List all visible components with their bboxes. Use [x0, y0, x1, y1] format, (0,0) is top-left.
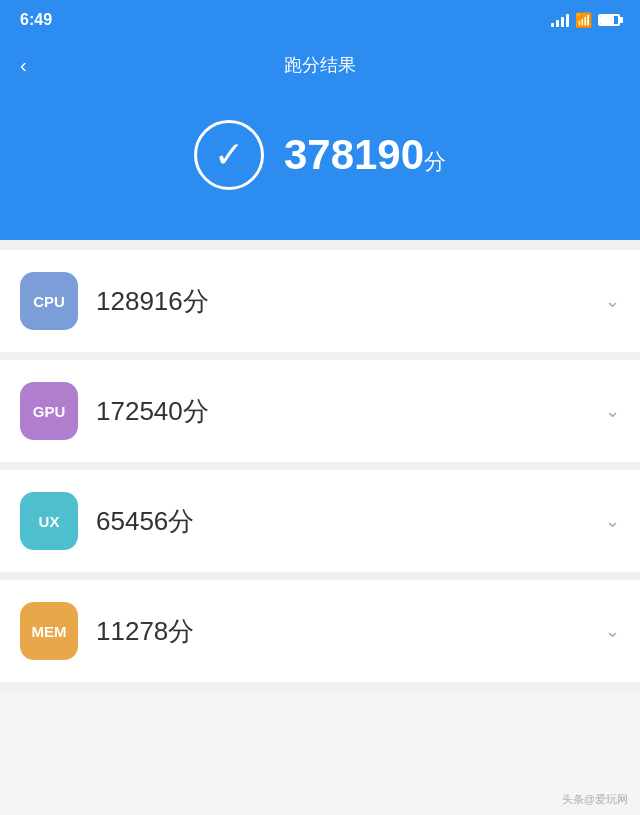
chevron-down-icon: ⌄	[605, 620, 620, 642]
chevron-down-icon: ⌄	[605, 290, 620, 312]
status-bar: 6:49 📶	[0, 0, 640, 40]
chevron-down-icon: ⌄	[605, 510, 620, 532]
mem-badge: MEM	[20, 602, 78, 660]
gpu-score: 172540分	[96, 394, 587, 429]
back-button[interactable]: ‹	[20, 54, 27, 77]
ux-badge: UX	[20, 492, 78, 550]
score-section: ✓ 378190分	[0, 90, 640, 240]
wifi-icon: 📶	[575, 12, 592, 28]
score-display: 378190分	[284, 131, 446, 179]
score-check-icon: ✓	[194, 120, 264, 190]
watermark: 头条@爱玩网	[562, 792, 628, 807]
gpu-badge: GPU	[20, 382, 78, 440]
status-time: 6:49	[20, 11, 52, 29]
page-title: 跑分结果	[284, 53, 356, 77]
checkmark-icon: ✓	[214, 137, 244, 173]
cards-container: CPU 128916分 ⌄ GPU 172540分 ⌄ UX 65456分 ⌄ …	[0, 240, 640, 692]
page-wrapper: 6:49 📶 ‹ 跑分结果 ✓ 378190分	[0, 0, 640, 815]
header: ‹ 跑分结果	[0, 40, 640, 90]
status-icons: 📶	[551, 12, 620, 28]
cpu-score: 128916分	[96, 284, 587, 319]
ux-score: 65456分	[96, 504, 587, 539]
mem-card[interactable]: MEM 11278分 ⌄	[0, 580, 640, 682]
gpu-card[interactable]: GPU 172540分 ⌄	[0, 360, 640, 462]
cpu-card[interactable]: CPU 128916分 ⌄	[0, 250, 640, 352]
ux-card[interactable]: UX 65456分 ⌄	[0, 470, 640, 572]
signal-icon	[551, 13, 569, 27]
cpu-badge: CPU	[20, 272, 78, 330]
battery-icon	[598, 14, 620, 26]
mem-score: 11278分	[96, 614, 587, 649]
total-score: 378190分	[284, 131, 446, 178]
chevron-down-icon: ⌄	[605, 400, 620, 422]
